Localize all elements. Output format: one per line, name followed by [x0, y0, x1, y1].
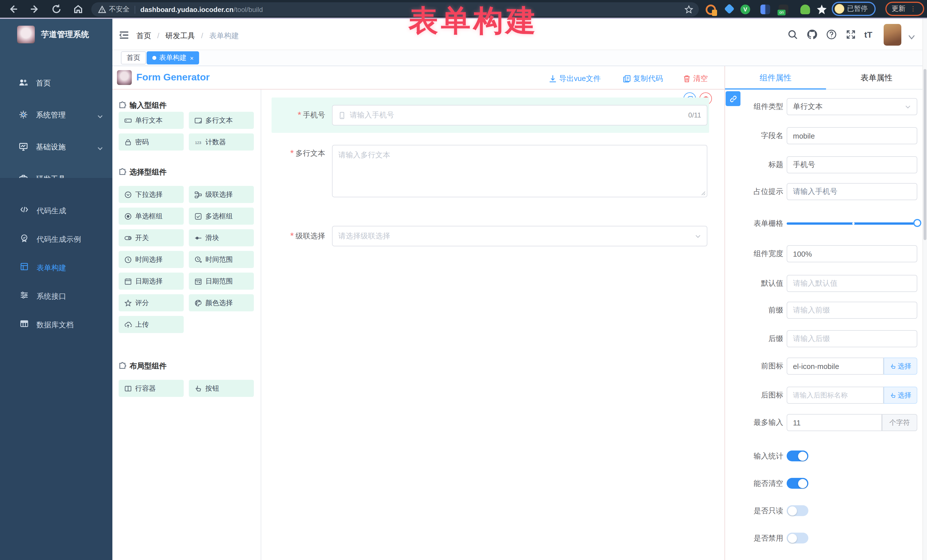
sidebar-item-db-doc[interactable]: 数据库文档 [0, 310, 112, 338]
sidebar-item-code-gen-demo[interactable]: 代码生成示例 [0, 224, 112, 253]
pointer-icon [890, 392, 896, 398]
title-input[interactable]: 手机号 [787, 156, 917, 173]
sidebar-item-home[interactable]: 首页 [0, 67, 112, 99]
clear-button[interactable]: 清空 [683, 74, 708, 84]
input-placeholder: 请输入前缀 [793, 305, 911, 316]
palette-item-row-container[interactable]: 行容器 [119, 380, 184, 397]
palette-item-time-range[interactable]: 时间范围 [189, 251, 254, 268]
palette-section-title: 布局型组件 [129, 361, 167, 371]
github-icon[interactable] [807, 29, 818, 40]
tab-component-props[interactable]: 组件属性 [725, 66, 826, 90]
component-icon [119, 102, 127, 109]
resize-handle-icon[interactable] [701, 191, 706, 196]
palette-item-button[interactable]: 按钮 [189, 380, 254, 397]
view-tab-home[interactable]: 首页 [121, 51, 146, 64]
back-icon-select-button[interactable]: 选择 [884, 387, 917, 404]
scrollbar-thumb[interactable] [924, 69, 926, 240]
palette-item-upload[interactable]: 上传 [119, 316, 184, 333]
trash-icon [683, 75, 691, 83]
export-vue-button[interactable]: 导出vue文件 [549, 74, 601, 84]
input-placeholder: 请输入多行文本 [338, 150, 390, 160]
browser-reload-icon[interactable] [51, 4, 62, 14]
breadcrumb-home[interactable]: 首页 [136, 31, 151, 40]
sidebar-item-infra[interactable]: 基础设施 [0, 131, 112, 162]
max-input-field[interactable]: 11 [787, 414, 882, 431]
palette-item-cascader[interactable]: 级联选择 [189, 186, 254, 203]
palette-item-time-picker[interactable]: 时间选择 [119, 251, 184, 268]
browser-forward-icon[interactable] [30, 4, 40, 14]
palette-item-textarea[interactable]: 多行文本 [189, 112, 254, 129]
input-stats-toggle[interactable] [787, 451, 808, 461]
palette-item-label: 按钮 [205, 384, 219, 393]
profile-paused-badge[interactable]: 已暂停 [832, 2, 876, 16]
sidebar-logo-row[interactable]: 芋道管理系统 [0, 19, 112, 50]
sidebar-collapse-icon[interactable] [119, 30, 129, 41]
help-icon[interactable] [826, 29, 837, 40]
browser-menu-dots-icon[interactable]: ⋮ [910, 5, 916, 12]
extension-icon[interactable] [760, 5, 770, 14]
field-name-input[interactable]: mobile [787, 127, 917, 144]
palette-item-slider[interactable]: 滑块 [189, 229, 254, 246]
palette-item-color-picker[interactable]: 颜色选择 [189, 294, 254, 311]
avatar-caret-icon[interactable] [909, 35, 915, 39]
suffix-input[interactable]: 请输入后缀 [787, 330, 917, 347]
font-size-icon[interactable]: tT [864, 30, 872, 39]
view-tab-form-builder[interactable]: 表单构建 × [147, 51, 199, 64]
front-icon-select-button[interactable]: 选择 [884, 358, 917, 375]
profile-avatar-emoji [834, 4, 844, 14]
address-bar[interactable]: 不安全 dashboard.yudao.iocoder.cn /tool/bui… [91, 2, 699, 17]
browser-back-icon[interactable] [8, 4, 18, 14]
palette-item-checkbox-group[interactable]: 多选框组 [189, 208, 254, 225]
default-value-input[interactable]: 请输入默认值 [787, 275, 917, 292]
tab-close-icon[interactable]: × [190, 55, 194, 61]
breadcrumb-devtools[interactable]: 研发工具 [166, 31, 195, 40]
slider-handle[interactable] [913, 219, 921, 227]
front-icon-input[interactable]: el-icon-mobile [787, 358, 884, 375]
component-type-select[interactable]: 单行文本 [787, 98, 917, 115]
cascader-input[interactable]: 请选择级联选择 [332, 226, 707, 246]
fullscreen-icon[interactable] [845, 29, 856, 40]
extension-icon[interactable] [724, 4, 735, 14]
sidebar-item-system-api[interactable]: 系统接口 [0, 281, 112, 310]
search-icon[interactable] [787, 29, 798, 40]
omnibox-divider [135, 5, 135, 14]
sidebar-item-system[interactable]: 系统管理 [0, 99, 112, 131]
prop-label: 表单栅格 [731, 215, 783, 232]
copy-code-button[interactable]: 复制代码 [623, 74, 663, 84]
required-asterisk: * [298, 110, 301, 120]
extension-icon[interactable]: V [740, 5, 750, 14]
component-icon [119, 362, 127, 370]
clearable-toggle[interactable] [787, 478, 808, 489]
form-grid-slider[interactable] [787, 222, 917, 225]
disabled-toggle[interactable] [787, 533, 808, 543]
pointer-icon [890, 363, 896, 369]
palette-item-rate[interactable]: 评分 [119, 294, 184, 311]
palette-item-select[interactable]: 下拉选择 [119, 186, 184, 203]
readonly-toggle[interactable] [787, 505, 808, 516]
palette-item-counter[interactable]: 123 计数器 [189, 134, 254, 150]
textarea-input[interactable]: 请输入多行文本 [332, 145, 707, 197]
tab-form-props[interactable]: 表单属性 [826, 66, 927, 90]
component-width-input[interactable]: 100% [787, 245, 917, 262]
placeholder-input[interactable]: 请输入手机号 [787, 183, 917, 200]
canvas-field-mobile[interactable]: * 手机号 请输入手机号 0/11 [272, 97, 709, 133]
palette-item-radio-group[interactable]: 单选框组 [119, 208, 184, 225]
palette-item-single-text[interactable]: 单行文本 [119, 112, 184, 129]
extension-icon[interactable] [817, 5, 827, 14]
sidebar-item-form-builder[interactable]: 表单构建 [0, 253, 112, 281]
extension-icon[interactable] [800, 5, 810, 14]
palette-item-date-picker[interactable]: 日期选择 [119, 273, 184, 290]
sidebar-item-code-gen[interactable]: 代码生成 [0, 196, 112, 224]
window-scrollbar[interactable] [922, 19, 927, 560]
mobile-input[interactable]: 请输入手机号 0/11 [332, 105, 707, 126]
chrome-update-button[interactable]: 更新 ⋮ [885, 2, 924, 16]
bookmark-star-icon[interactable] [685, 5, 693, 14]
user-avatar[interactable] [884, 24, 901, 46]
browser-home-icon[interactable] [73, 4, 83, 14]
palette-item-password[interactable]: 密码 [119, 134, 184, 150]
back-icon-input[interactable]: 请输入后图标名称 [787, 387, 884, 404]
palette-item-switch[interactable]: 开关 [119, 229, 184, 246]
prefix-input[interactable]: 请输入前缀 [787, 302, 917, 319]
palette-item-date-range[interactable]: 日期范围 [189, 273, 254, 290]
extension-badge-icon [712, 10, 717, 16]
